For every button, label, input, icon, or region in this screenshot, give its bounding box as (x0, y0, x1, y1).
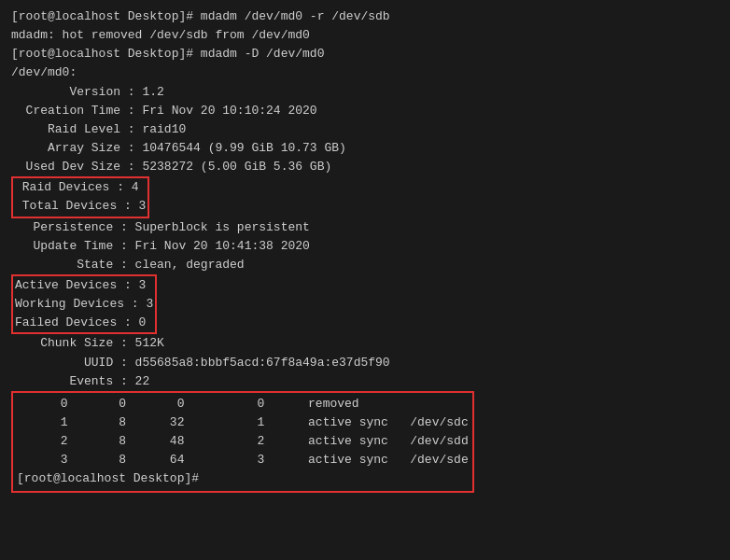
terminal-line: State : clean, degraded (11, 256, 719, 274)
table-header: 0 0 0 0 removed (17, 395, 469, 413)
terminal-line: Chunk Size : 512K (11, 334, 719, 353)
table-row-3: [root@localhost Desktop]# (17, 469, 469, 488)
terminal-line-failed: Failed Devices : 0 (15, 314, 153, 332)
table-row-1: 2 8 48 2 active sync /dev/sdd (17, 432, 469, 451)
table-row-0: 1 8 32 1 active sync /dev/sdc (17, 413, 469, 432)
device-table-box: 0 0 0 0 removed 1 8 32 1 active sync /de… (11, 391, 474, 493)
terminal-window: [root@localhost Desktop]# mdadm /dev/md0… (11, 7, 719, 493)
terminal-line: Version : 1.2 (11, 83, 719, 102)
terminal-line: Persistence : Superblock is persistent (11, 218, 719, 237)
terminal-line: Raid Devices : 4 (15, 178, 146, 197)
terminal-line: Events : 22 (11, 372, 719, 391)
terminal-line: Update Time : Fri Nov 20 10:41:38 2020 (11, 237, 719, 256)
terminal-line: Array Size : 10476544 (9.99 GiB 10.73 GB… (11, 139, 719, 158)
active-devices-box: Active Devices : 3 Working Devices : 3 F… (11, 274, 157, 334)
terminal-line: UUID : d55685a8:bbbf5acd:67f8a49a:e37d5f… (11, 354, 719, 372)
terminal-line: Raid Level : raid10 (11, 120, 719, 139)
terminal-line: Used Dev Size : 5238272 (5.00 GiB 5.36 G… (11, 158, 719, 176)
table-row-2: 3 8 64 3 active sync /dev/sde (17, 451, 469, 469)
terminal-line: [root@localhost Desktop]# mdadm -D /dev/… (11, 45, 719, 63)
terminal-line: [root@localhost Desktop]# mdadm /dev/md0… (11, 7, 719, 26)
terminal-line: Total Devices : 3 (15, 197, 146, 216)
terminal-line-working: Working Devices : 3 (15, 295, 153, 314)
terminal-line: /dev/md0: (11, 63, 719, 82)
terminal-line-active: Active Devices : 3 (15, 276, 153, 295)
terminal-line: mdadm: hot removed /dev/sdb from /dev/md… (11, 26, 719, 45)
raid-devices-box: Raid Devices : 4 Total Devices : 3 (11, 176, 149, 217)
terminal-line: Creation Time : Fri Nov 20 10:10:24 2020 (11, 102, 719, 120)
